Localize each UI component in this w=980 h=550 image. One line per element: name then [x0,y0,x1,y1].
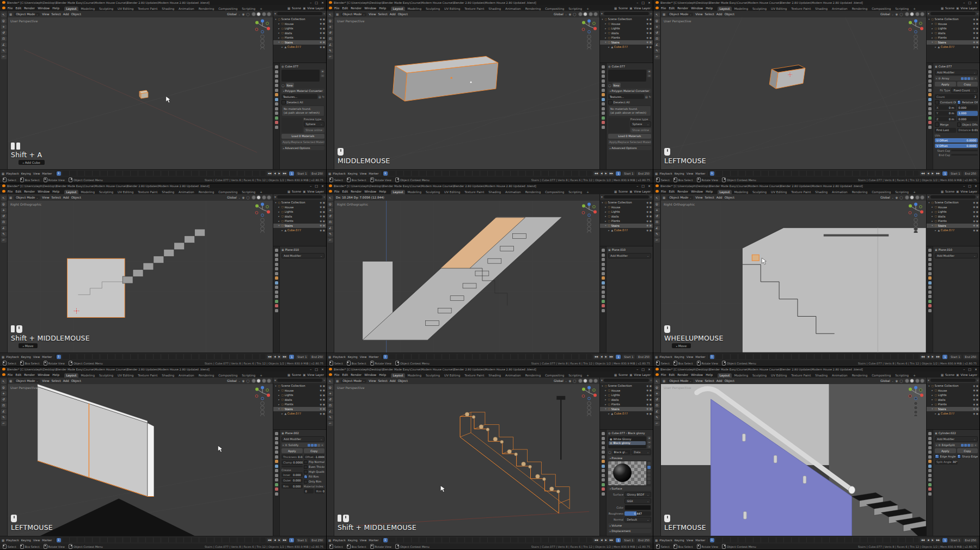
blender-menu-icon[interactable] [2,373,5,376]
prop-tab-render[interactable] [602,437,605,440]
row-visibility-icons[interactable]: ◉▣ [646,412,652,415]
play-button[interactable]: ▶ [604,355,608,359]
prev-frame-button[interactable]: ◀ [599,538,603,542]
timeline-editor-icon[interactable]: ▦ [2,539,4,542]
add-modifier-dropdown[interactable]: Add Modifier⌄ [935,70,978,75]
disable-render-icon[interactable]: ▣ [650,27,652,30]
viewport-menu-select[interactable]: Select [52,13,61,16]
prop-tab-modifiers[interactable] [602,465,605,468]
outliner-display-mode-icon[interactable]: ▾ [601,195,603,199]
tool-select-box[interactable]: ↖ [654,196,660,201]
thickness-field[interactable]: Thickness0.0271 m [281,454,303,459]
view-layer-selector[interactable]: View Layer [634,373,651,376]
prop-tab-render[interactable] [928,437,932,440]
disclosure-icon[interactable]: ▾ [928,18,930,21]
prop-tab-tool[interactable] [928,65,932,69]
editor-type-icon[interactable]: ▦ [9,13,12,16]
menu-file[interactable]: File [661,190,666,193]
prop-tab-object[interactable] [928,460,932,463]
disclosure-icon[interactable]: ▾ [278,41,280,44]
disclosure-icon[interactable]: ▸ [608,412,610,415]
next-frame-button[interactable]: ▶▶ [935,538,941,542]
outliner-row[interactable]: ▾▢Scene Collection◉▣ [600,17,653,22]
jump-start-button[interactable]: ◀◀ [593,171,599,176]
tab-layout[interactable]: Layout [391,373,405,378]
disable-render-icon[interactable]: ▣ [976,206,978,208]
row-visibility-icons[interactable]: ◉▣ [320,403,325,406]
tab-rendering[interactable]: Rendering [850,190,869,194]
tab-sculpting[interactable]: Sculpting [750,373,768,378]
viewport-menu-object[interactable]: Object [398,13,408,16]
tool-annotate[interactable]: ✎ [1,415,7,420]
minimize-button[interactable]: – [636,1,638,4]
prop-tab-constraints[interactable] [275,478,278,481]
tab-sculpting[interactable]: Sculpting [750,190,768,194]
tool-measure[interactable]: ⌐ [1,238,7,243]
row-visibility-icons[interactable]: ◉▣ [320,201,325,204]
tab-compositing[interactable]: Compositing [217,373,240,378]
prop-tab-particles[interactable] [602,469,605,472]
prop-tab-world[interactable] [275,272,278,275]
row-visibility-icons[interactable]: ◉▣ [320,22,325,25]
timeline[interactable]: ▦ PlaybackKeyingViewMarker 1 ◀◀◀▶▶▶ 1 St… [653,353,979,360]
tab-modeling[interactable]: Modeling [406,7,423,11]
minimize-button[interactable]: – [310,1,311,4]
menu-window[interactable]: Window [38,7,50,10]
hide-viewport-icon[interactable]: ◉ [320,211,322,213]
prop-tab-tool[interactable] [928,432,932,435]
outliner-row[interactable]: ▸▢House◉▣ [273,205,326,210]
hide-viewport-icon[interactable]: ◉ [320,229,322,232]
tool-select-box[interactable]: ↖ [654,13,660,17]
tab-rendering[interactable]: Rendering [197,373,216,378]
preview-shape-buttons[interactable] [646,461,651,485]
remove-slot-button[interactable]: − [321,74,324,78]
window-titlebar[interactable]: Blender* [C:\Users\steph\Desktop\Blender… [653,183,979,188]
snap-magnet-icon[interactable]: ◉ [242,13,245,16]
outliner-row[interactable]: ▾▢Scene Collection◉▣ [600,200,653,205]
prop-tab-output[interactable] [928,258,932,261]
row-visibility-icons[interactable]: ◉▣ [646,22,652,25]
viewport-menu-view[interactable]: View [42,379,49,382]
viewport-menu-select[interactable]: Select [705,196,714,199]
disable-render-icon[interactable]: ▣ [976,46,978,48]
disclosure-icon[interactable]: ▾ [928,201,930,204]
timeline-menu-marker[interactable]: Marker [695,539,705,542]
prop-tab-particles[interactable] [928,102,932,106]
tab-shading[interactable]: Shading [813,7,830,11]
tab-shading[interactable]: Shading [813,373,830,378]
editor-type-icon[interactable]: ▦ [663,379,665,382]
add-workspace-button[interactable]: + [585,373,591,378]
row-visibility-icons[interactable]: ◉▣ [973,201,978,204]
material-slot-list[interactable]: ●White Glossy●Black glossy [608,436,646,448]
disable-render-icon[interactable]: ▣ [976,22,978,25]
next-frame-button[interactable]: ▶▶ [282,171,287,176]
prop-tab-modifiers[interactable] [928,281,932,285]
disable-render-icon[interactable]: ▣ [976,220,978,223]
close-button[interactable]: × [975,367,977,371]
disclosure-icon[interactable]: ▾ [604,41,607,44]
scene-selector[interactable]: Scene [292,190,301,193]
timeline-editor-icon[interactable]: ▦ [655,172,658,175]
tab-sculpting[interactable]: Sculpting [97,190,115,194]
show-online-button[interactable]: Show online [304,128,325,133]
frame-end-field[interactable]: End 250 [310,171,324,176]
tab-layout[interactable]: Layout [64,373,78,378]
apply-replace-button[interactable]: Apply/Replace Selected Material [608,140,651,145]
prop-tab-scene[interactable] [928,84,932,87]
outliner-row[interactable]: ▸▢Walls◉▣ [273,398,326,403]
blender-menu-icon[interactable] [329,7,332,9]
outliner-display-mode-icon[interactable]: ▾ [928,12,929,15]
solid-shading-icon[interactable] [910,379,914,383]
disclosure-icon[interactable]: ▾ [601,201,604,204]
outliner-filter-icon[interactable]: ▿ [323,379,325,382]
row-visibility-icons[interactable]: ◉▣ [646,18,652,21]
disclosure-icon[interactable]: ▸ [278,389,280,392]
outliner-display-mode-icon[interactable]: ▾ [601,12,603,15]
disclosure-icon[interactable]: ▸ [278,220,280,223]
tab-animation[interactable]: Animation [177,373,197,378]
viewport-menu-select[interactable]: Select [705,379,714,382]
rendered-shading-icon[interactable] [267,12,271,16]
disclosure-icon[interactable]: ▸ [281,46,284,48]
outliner-row[interactable]: ▸▲Cube.077◉▣ [600,228,653,233]
tool-scale[interactable]: ⊡ [328,36,333,41]
